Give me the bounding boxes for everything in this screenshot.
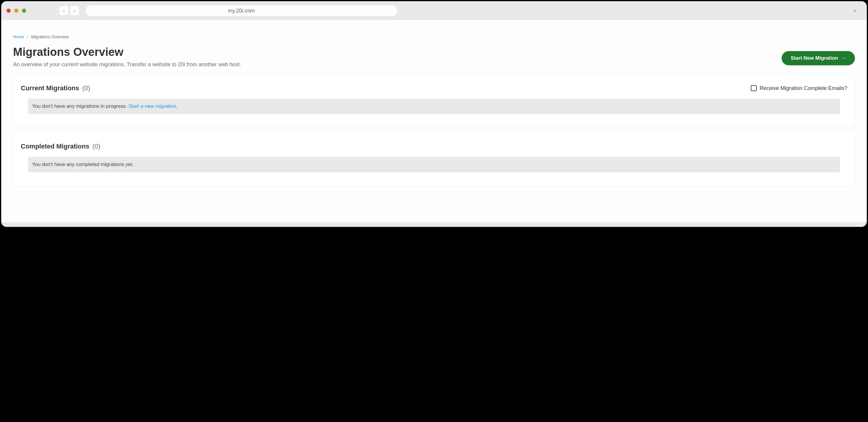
new-tab-button[interactable]: + <box>851 7 859 14</box>
current-empty-state: You don't have any migrations in progres… <box>28 99 840 114</box>
page-subtitle: An overview of your current website migr… <box>13 61 241 68</box>
completed-empty-state: You don't have any completed migrations … <box>28 157 840 172</box>
url-text: my.20i.com <box>228 8 255 14</box>
current-panel-header: Current Migrations (0) Receive Migration… <box>21 84 847 92</box>
traffic-lights <box>6 9 26 13</box>
start-new-migration-link[interactable]: Start a new migration <box>128 103 176 109</box>
browser-chrome: < > my.20i.com + <box>1 1 867 20</box>
completed-migrations-panel: Completed Migrations (0) You don't have … <box>13 135 855 186</box>
window-minimize-icon[interactable] <box>14 9 19 13</box>
nav-buttons: < > <box>59 6 79 15</box>
page-header-text: Migrations Overview An overview of your … <box>13 46 241 68</box>
page-header: Migrations Overview An overview of your … <box>13 46 855 68</box>
breadcrumb-current: Migrations Overview <box>31 34 69 39</box>
current-empty-prefix: You don't have any migrations in progres… <box>32 103 128 109</box>
current-empty-suffix: . <box>176 103 178 109</box>
completed-title-text: Completed Migrations <box>21 143 89 150</box>
current-migrations-panel: Current Migrations (0) Receive Migration… <box>13 77 855 128</box>
completed-migrations-title: Completed Migrations (0) <box>21 143 100 150</box>
breadcrumb-separator: / <box>27 34 28 39</box>
window-close-icon[interactable] <box>6 9 11 13</box>
current-title-text: Current Migrations <box>21 84 79 92</box>
page-content: Home / Migrations Overview Migrations Ov… <box>1 20 867 222</box>
breadcrumb: Home / Migrations Overview <box>13 34 855 39</box>
url-bar[interactable]: my.20i.com <box>86 5 397 16</box>
completed-count: (0) <box>92 143 100 150</box>
start-button-label: Start New Migration <box>790 55 838 61</box>
browser-window: < > my.20i.com + Home / Migrations Overv… <box>1 1 867 227</box>
breadcrumb-home-link[interactable]: Home <box>13 34 24 39</box>
forward-button[interactable]: > <box>70 6 79 15</box>
receive-emails-checkbox-wrap[interactable]: Receive Migration Complete Emails? <box>751 85 847 91</box>
receive-emails-label: Receive Migration Complete Emails? <box>760 85 847 91</box>
completed-panel-header: Completed Migrations (0) <box>21 143 847 150</box>
current-migrations-title: Current Migrations (0) <box>21 84 90 92</box>
window-maximize-icon[interactable] <box>22 9 26 13</box>
arrow-right-icon: → <box>841 55 846 61</box>
start-new-migration-button[interactable]: Start New Migration → <box>782 51 855 65</box>
current-count: (0) <box>82 84 90 92</box>
checkbox-icon[interactable] <box>751 85 757 91</box>
back-button[interactable]: < <box>59 6 68 15</box>
page-title: Migrations Overview <box>13 46 241 59</box>
completed-empty-text: You don't have any completed migrations … <box>32 161 133 167</box>
